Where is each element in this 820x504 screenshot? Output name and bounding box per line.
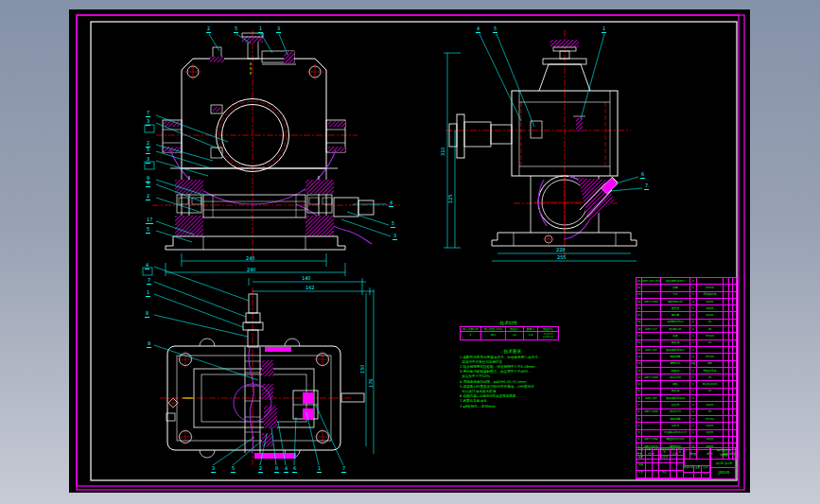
title-block-material-box [684,448,710,466]
bom-cell [733,305,737,312]
tech-notes-lines: 1.装配前所有零件用煤油清洗，滚动轴承用汽油清洗， 箱体内不许有任何杂物存在。2… [460,356,566,409]
bom-cell: 键14×70 [661,408,690,415]
bom-row: 25GB/T 297-2015滚动轴承303072 [637,278,737,285]
bom-cell [733,291,737,298]
bom-cell: 4 [690,298,697,304]
bom-cell: 1 [690,291,697,298]
bom-cell [733,319,737,325]
title-block-cell [671,471,677,478]
bom-cell: GB/T 297 [642,346,661,353]
callout-label: 2 [258,466,263,473]
bom-cell: Q235 [697,298,724,304]
callout-label: 7 [146,111,150,117]
bom-row: 7挡油环2Q235 [637,402,737,408]
title-block-cell: 年月日 [677,448,684,456]
bom-cell [733,346,737,353]
bom-cell: 1 [690,408,697,415]
bom-cell [733,388,737,394]
bom-cell: 2 [690,402,697,408]
title-block-sheet-info: 共1张 第1张 [711,460,737,468]
bom-cell [642,305,661,312]
bom-row: 11GB/T 1096键10×56145 [637,374,737,381]
bom-row: 20视孔盖1Q235 [637,312,737,319]
dimension-label: 228 [556,248,566,252]
bom-cell [642,285,661,291]
side-view [444,30,642,261]
title-block-cell: 工艺 [637,471,646,478]
bom-row: 23垫片1石棉橡胶纸 [637,291,737,298]
bom-cell [733,354,737,360]
bom-cell: Q235 [697,312,724,319]
note-line: 2-φ8锥销孔，深30mm [460,405,566,409]
title-block-cell: 审核 [637,463,646,471]
title-block-scale-cell [684,473,694,479]
bom-row: 13调整垫片2组08F [637,360,737,367]
bom-row: 19吊环螺钉M10220 [637,319,737,325]
bom-cell: 35 [697,326,724,333]
bom-cell: 视孔盖 [661,312,690,319]
bom-cell: GB/T 117 [642,326,661,333]
bom-cell: 蜗轮 [661,381,690,388]
bom-cell [733,402,737,408]
bom-cell: GB/T 5782 [642,436,661,443]
bom-row: 21通气器1Q235 [637,305,737,312]
title-block-cell: 批准 [659,471,671,478]
bom-cell [733,381,737,388]
bom-cell: 45 [697,408,724,415]
callout-label: 5 [231,466,236,473]
bom-row: 4油标尺1Q235 [637,423,737,429]
bom-cell: GB/T 5783 [642,298,661,304]
bom-cell: 滚动轴承30307 [661,278,690,285]
callout-label: 5 [493,26,497,33]
bom-row: 18GB/T 117锥销8×35235 [637,326,737,333]
bom-cell [733,367,737,374]
bom-cell [642,291,661,298]
callout-label: 3 [211,466,216,473]
bom-cell: HT200 [697,333,724,339]
bom-cell: 油标尺 [661,423,690,429]
bom-row: 3放油螺塞M16×1.51Q235 [637,429,737,436]
bom-table: 25GB/T 297-2015滚动轴承30307224箱盖1HT20023垫片1… [636,277,736,460]
callout-label: 1 [146,290,150,297]
title-block-cell: 更改文件号 [659,448,671,456]
bom-cell [642,333,661,339]
product-type: 装配图 [711,453,737,458]
bom-cell: 08F [697,360,724,367]
bom-cell [733,298,737,304]
title-block-cell [653,463,659,471]
bom-cell: Q235 [697,305,724,312]
bom-cell [642,381,661,388]
callout-label: 2 [146,194,150,200]
bom-cell: 螺栓M12×100 [661,436,690,443]
title-block-scale-cell [694,473,702,479]
bom-cell: 锥销8×35 [661,326,690,333]
title-block-cell [659,463,671,471]
bom-cell: Q235 [697,423,724,429]
bom-cell [642,354,661,360]
bom-cell: HT200 [697,285,724,291]
bom-cell: 轴承端盖 [661,354,690,360]
title-block-cell [653,456,659,463]
bom-cell: Q235 [697,436,724,443]
bom-cell: Q235 [697,402,724,408]
bom-row: 15GB/T 297滚动轴承302072 [637,346,737,353]
bom-row: 14轴承端盖2HT150 [637,354,737,360]
title-block-signature-grid: 标记处数分区更改文件号签名年月日设计标准化审核工艺批准 [637,448,684,478]
bom-cell [733,374,737,381]
callout-label: 3 [276,26,281,33]
bom-cell: 通气器 [661,305,690,312]
bom-cell: HT150 [697,354,724,360]
bom-cell [733,360,737,367]
bom-cell: 2 [690,395,697,402]
title-block-cell [646,456,653,463]
callout-label: 6 [292,466,297,473]
bom-cell: 键10×56 [661,374,690,381]
bom-cell [642,388,661,394]
bom-cell [642,429,661,436]
bom-cell: 2 [690,326,697,333]
bom-row: 22GB/T 5783螺栓M8×254Q235 [637,298,737,304]
title-block-scale-cells: 阶段标记重量比例1:2 [684,466,710,478]
spec-table-grid: 输入功率 kW输入转速 r/min传动比 i效率 η传动特性4960200.8m… [460,326,559,340]
callout-label: 4 [145,263,149,269]
bom-cell: GB/T 297-2015 [642,278,661,285]
